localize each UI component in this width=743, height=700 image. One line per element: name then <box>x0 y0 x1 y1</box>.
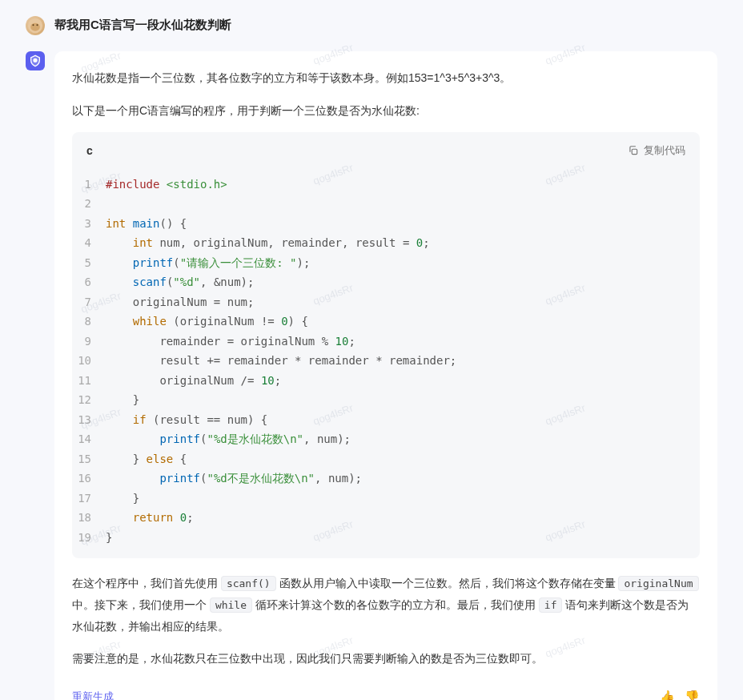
svg-point-3 <box>37 24 38 26</box>
copy-icon <box>628 145 639 156</box>
inline-code-originalnum: originalNum <box>618 576 698 591</box>
copy-code-button[interactable]: 复制代码 <box>628 141 685 161</box>
explanation-1: 水仙花数是指一个三位数，其各位数字的立方和等于该数本身。例如153=1^3+5^… <box>72 67 700 89</box>
svg-rect-5 <box>632 150 637 155</box>
user-avatar <box>26 16 45 35</box>
thumbs-down-icon[interactable]: 👎 <box>685 686 700 700</box>
regenerate-button[interactable]: 重新生成 <box>72 687 114 700</box>
assistant-avatar <box>26 51 45 70</box>
code-body[interactable]: 1#include <stdio.h> 2 3int main() { 4 in… <box>72 170 700 559</box>
inline-code-while: while <box>210 597 252 613</box>
explanation-3: 在这个程序中，我们首先使用 scanf() 函数从用户输入中读取一个三位数。然后… <box>72 573 700 637</box>
code-language: c <box>86 140 93 162</box>
vote-icons: 👍 👎 <box>660 686 700 700</box>
user-message: 帮我用C语言写一段水仙花数判断 <box>26 16 717 35</box>
assistant-body: 水仙花数是指一个三位数，其各位数字的立方和等于该数本身。例如153=1^3+5^… <box>54 51 717 700</box>
inline-code-if: if <box>539 597 563 613</box>
inline-code-scanf: scanf() <box>221 576 276 591</box>
copy-label: 复制代码 <box>644 141 685 161</box>
message-footer: 重新生成 👍 👎 <box>72 681 700 700</box>
assistant-message: 水仙花数是指一个三位数，其各位数字的立方和等于该数本身。例如153=1^3+5^… <box>26 51 717 700</box>
explanation-4: 需要注意的是，水仙花数只在三位数中出现，因此我们只需要判断输入的数是否为三位数即… <box>72 648 700 670</box>
user-prompt: 帮我用C语言写一段水仙花数判断 <box>54 16 231 33</box>
svg-point-4 <box>34 58 37 62</box>
svg-point-2 <box>33 24 34 26</box>
svg-point-1 <box>30 23 40 31</box>
code-block: c 复制代码 1#include <stdio.h> 2 3int main()… <box>72 132 700 558</box>
code-header: c 复制代码 <box>72 132 700 170</box>
explanation-2: 以下是一个用C语言编写的程序，用于判断一个三位数是否为水仙花数: <box>72 100 700 122</box>
thumbs-up-icon[interactable]: 👍 <box>660 686 675 700</box>
